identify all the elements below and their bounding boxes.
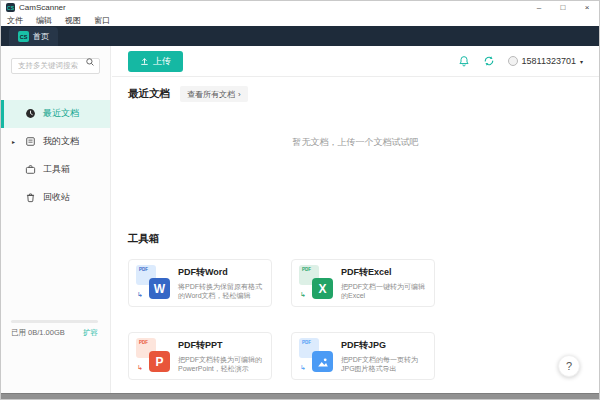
- sidebar: 最近文档 ▸ 我的文档 工具箱: [1, 46, 111, 393]
- app-window: CS CamScanner – □ × 文件 编辑 视图 窗口 CS 首页: [0, 0, 600, 400]
- sidebar-item-label: 我的文档: [43, 135, 79, 148]
- title-bar: CS CamScanner – □ ×: [1, 1, 599, 14]
- menu-view[interactable]: 视图: [65, 15, 81, 26]
- ppt-glyph: P: [149, 351, 170, 372]
- caret-down-icon: ▾: [580, 58, 583, 65]
- convert-arrow-icon: ↳: [137, 291, 143, 298]
- excel-glyph: X: [312, 278, 333, 299]
- recent-docs-title: 最近文档: [128, 87, 170, 101]
- top-toolbar: 上传 15811323701 ▾: [112, 46, 599, 77]
- maximize-button[interactable]: □: [551, 1, 575, 14]
- toolbox-cards: PDF ↳ W PDF转Word 将PDF转换为保留原有格式的Word文档，轻松…: [128, 259, 575, 380]
- sidebar-item-recycle-bin[interactable]: 回收站: [1, 184, 110, 212]
- menu-file[interactable]: 文件: [7, 15, 23, 26]
- tab-home[interactable]: CS 首页: [9, 27, 58, 46]
- menu-window[interactable]: 窗口: [94, 15, 110, 26]
- trash-icon: [25, 192, 36, 203]
- avatar: [508, 56, 518, 66]
- image-glyph: [312, 351, 333, 372]
- account-phone: 15811323701: [522, 56, 576, 66]
- pdf-to-jpg-icon: PDF ↳: [299, 338, 333, 372]
- view-all-label: 查看所有文档: [187, 89, 235, 100]
- sidebar-item-recent-docs[interactable]: 最近文档: [1, 100, 110, 128]
- help-button[interactable]: ?: [558, 355, 580, 377]
- convert-arrow-icon: ↳: [137, 364, 143, 371]
- sidebar-item-label: 回收站: [43, 191, 70, 204]
- app-logo-icon: CS: [6, 3, 15, 12]
- storage-expand-link[interactable]: 扩容: [83, 328, 98, 338]
- sidebar-item-toolbox[interactable]: 工具箱: [1, 156, 110, 184]
- document-icon: [25, 136, 36, 147]
- toolbox-section: 工具箱 PDF ↳ W PDF转Word 将PDF转换为保留原有格式的Word文…: [128, 232, 575, 380]
- card-title: PDF转Word: [178, 266, 264, 279]
- card-pdf-to-ppt[interactable]: PDF ↳ P PDF转PPT 把PDF文档转换为可编辑的PowerPoint，…: [128, 332, 272, 380]
- sidebar-item-label: 最近文档: [43, 107, 79, 120]
- tab-bar: CS 首页: [1, 26, 599, 46]
- sidebar-item-label: 工具箱: [43, 163, 70, 176]
- upload-button[interactable]: 上传: [128, 51, 183, 72]
- briefcase-icon: [25, 164, 36, 175]
- card-description: 将PDF转换为保留原有格式的Word文档，轻松编辑: [178, 282, 264, 301]
- card-description: 把PDF文档的每一页转为JPG图片格式导出: [341, 355, 427, 374]
- view-all-docs-link[interactable]: 查看所有文档 ›: [180, 86, 248, 102]
- cs-logo-icon: CS: [18, 31, 29, 42]
- word-glyph: W: [149, 278, 170, 299]
- clock-icon: [25, 108, 36, 119]
- pdf-to-excel-icon: PDF ↳ X: [299, 265, 333, 299]
- card-pdf-to-excel[interactable]: PDF ↳ X PDF转Excel 把PDF文档一键转为可编辑的Excel: [291, 259, 435, 307]
- pdf-to-word-icon: PDF ↳ W: [136, 265, 170, 299]
- toolbox-title: 工具箱: [128, 232, 575, 246]
- empty-state-text: 暂无文档，上传一个文档试试吧: [128, 136, 583, 149]
- card-title: PDF转PPT: [178, 339, 264, 352]
- account-menu[interactable]: 15811323701 ▾: [508, 56, 583, 66]
- storage-progress-bar: [11, 320, 98, 323]
- card-pdf-to-jpg[interactable]: PDF ↳ PDF转JPG 把PDF文档的每一页转为JPG图片格式导出: [291, 332, 435, 380]
- sync-icon[interactable]: [483, 55, 495, 67]
- search-box: [11, 54, 100, 74]
- close-button[interactable]: ×: [575, 1, 599, 14]
- card-description: 把PDF文档转换为可编辑的PowerPoint，轻松演示: [178, 355, 264, 374]
- main-area: 上传 15811323701 ▾: [112, 46, 599, 393]
- pdf-to-ppt-icon: PDF ↳ P: [136, 338, 170, 372]
- card-pdf-to-word[interactable]: PDF ↳ W PDF转Word 将PDF转换为保留原有格式的Word文档，轻松…: [128, 259, 272, 307]
- menu-edit[interactable]: 编辑: [36, 15, 52, 26]
- app-title: CamScanner: [19, 3, 66, 12]
- expand-arrow-icon[interactable]: ▸: [12, 138, 15, 145]
- chevron-right-icon: ›: [238, 90, 241, 99]
- storage-meter: 已用 0B/1.00GB 扩容: [11, 320, 98, 338]
- card-title: PDF转JPG: [341, 339, 427, 352]
- window-bottom-edge: [1, 393, 599, 399]
- sidebar-item-my-docs[interactable]: ▸ 我的文档: [1, 128, 110, 156]
- search-icon[interactable]: [85, 57, 95, 67]
- upload-icon: [140, 57, 149, 66]
- storage-used-label: 已用 0B/1.00GB: [11, 328, 65, 338]
- sidebar-nav: 最近文档 ▸ 我的文档 工具箱: [1, 100, 110, 212]
- upload-button-label: 上传: [153, 55, 171, 68]
- recent-docs-section: 最近文档 查看所有文档 › 暂无文档，上传一个文档试试吧: [112, 77, 599, 149]
- convert-arrow-icon: ↳: [300, 364, 306, 371]
- tab-home-label: 首页: [33, 31, 49, 42]
- card-description: 把PDF文档一键转为可编辑的Excel: [341, 282, 427, 301]
- notification-bell-icon[interactable]: [458, 55, 470, 67]
- convert-arrow-icon: ↳: [300, 291, 306, 298]
- minimize-button[interactable]: –: [527, 1, 551, 14]
- card-title: PDF转Excel: [341, 266, 427, 279]
- menu-bar: 文件 编辑 视图 窗口: [1, 14, 599, 26]
